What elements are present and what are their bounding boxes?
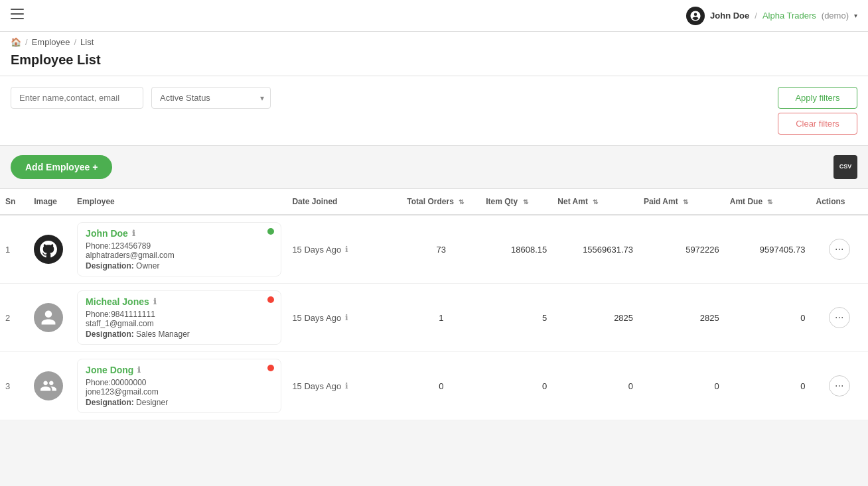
employee-name[interactable]: Jone Dong ℹ [86, 365, 273, 375]
row-sn: 2 [0, 284, 29, 352]
action-bar: Add Employee + CSV [0, 146, 868, 188]
row-employee-card: Jone Dong ℹ Phone:00000000 jone123@gmail… [72, 352, 287, 420]
row-actions: ··· [811, 284, 869, 352]
top-nav: John Doe / Alpha Traders (demo) ▾ [0, 0, 868, 32]
sort-arrows-due: ⇅ [767, 198, 772, 206]
sort-arrows-net: ⇅ [593, 198, 598, 206]
employee-info-card: Micheal Jones ℹ Phone:9841111111 staff_1… [77, 290, 281, 345]
col-header-date-joined: Date Joined [287, 189, 401, 215]
table-row: 1 John Doe ℹ Phone:123456789 alphatrader… [0, 215, 868, 284]
employee-table: Sn Image Employee Date Joined Total Orde… [0, 189, 868, 420]
add-employee-button[interactable]: Add Employee + [11, 155, 112, 179]
demo-badge: (demo) [822, 11, 849, 21]
sort-arrows-paid: ⇅ [683, 198, 688, 206]
chevron-down-icon[interactable]: ▾ [854, 12, 857, 19]
employee-email: staff_1@gmail.com [86, 319, 273, 328]
row-image [29, 284, 72, 352]
row-total-orders: 0 [401, 352, 480, 420]
filter-inputs: Active Status Active Inactive [11, 87, 770, 109]
row-image [29, 352, 72, 420]
row-amt-due: 0 [725, 284, 811, 352]
row-employee-card: Micheal Jones ℹ Phone:9841111111 staff_1… [72, 284, 287, 352]
col-header-amt-due[interactable]: Amt Due ⇅ [725, 189, 811, 215]
table-row: 3 Jone Dong ℹ Phone:00000000 jone123@gma… [0, 352, 868, 420]
col-header-total-orders[interactable]: Total Orders ⇅ [401, 189, 480, 215]
status-dot [267, 365, 274, 371]
row-net-amt: 0 [552, 352, 638, 420]
sort-arrows-orders: ⇅ [459, 198, 464, 206]
date-text: 15 Days Ago [292, 245, 341, 255]
more-actions-button[interactable]: ··· [829, 375, 850, 396]
employee-designation: Designation: Sales Manager [86, 330, 273, 339]
col-header-item-qty[interactable]: Item Qty ⇅ [480, 189, 552, 215]
svg-rect-0 [11, 9, 24, 10]
col-header-net-amt[interactable]: Net Amt ⇅ [552, 189, 638, 215]
employee-table-container: Sn Image Employee Date Joined Total Orde… [0, 188, 868, 420]
employee-email: jone123@gmail.com [86, 387, 273, 396]
date-info-icon[interactable]: ℹ [345, 381, 348, 391]
breadcrumb: 🏠 / Employee / List [0, 32, 868, 50]
user-name-label: John Doe [710, 11, 749, 21]
svg-rect-2 [11, 18, 24, 19]
csv-export-button[interactable]: CSV [833, 155, 857, 179]
hamburger-menu[interactable] [11, 9, 24, 23]
employee-info-card: John Doe ℹ Phone:123456789 alphatraders@… [77, 222, 281, 276]
company-name: Alpha Traders [762, 11, 816, 21]
row-actions: ··· [811, 352, 869, 420]
row-image [29, 215, 72, 284]
svg-rect-1 [11, 13, 24, 15]
date-text: 15 Days Ago [292, 381, 341, 391]
row-item-qty: 5 [480, 284, 552, 352]
row-date-joined: 15 Days Ago ℹ [287, 284, 401, 352]
breadcrumb-separator-1: / [25, 37, 28, 47]
employee-info-card: Jone Dong ℹ Phone:00000000 jone123@gmail… [77, 359, 281, 413]
employee-phone: Phone:123456789 [86, 241, 273, 251]
col-header-sn: Sn [0, 189, 29, 215]
status-dot [267, 228, 274, 235]
clear-filters-button[interactable]: Clear filters [778, 113, 857, 135]
avatar [34, 303, 63, 332]
date-text: 15 Days Ago [292, 313, 341, 323]
employee-phone: Phone:00000000 [86, 378, 273, 387]
row-sn: 3 [0, 352, 29, 420]
row-date-joined: 15 Days Ago ℹ [287, 215, 401, 284]
breadcrumb-employee-link[interactable]: Employee [32, 37, 70, 47]
date-info-icon[interactable]: ℹ [345, 313, 348, 322]
employee-designation: Designation: Owner [86, 261, 273, 271]
row-total-orders: 1 [401, 284, 480, 352]
avatar [34, 371, 63, 400]
user-avatar [686, 7, 705, 25]
status-select[interactable]: Active Status Active Inactive [151, 87, 271, 109]
search-input[interactable] [11, 87, 143, 109]
breadcrumb-current: List [80, 37, 94, 47]
row-total-orders: 73 [401, 215, 480, 284]
info-icon[interactable]: ℹ [137, 365, 141, 375]
home-icon[interactable]: 🏠 [11, 37, 21, 47]
more-actions-button[interactable]: ··· [829, 307, 850, 328]
employee-name[interactable]: Micheal Jones ℹ [86, 296, 273, 307]
row-actions: ··· [811, 215, 869, 284]
table-row: 2 Micheal Jones ℹ Phone:9841111111 staff… [0, 284, 868, 352]
employee-name[interactable]: John Doe ℹ [86, 228, 273, 239]
row-paid-amt: 0 [638, 352, 725, 420]
row-paid-amt: 2825 [638, 284, 725, 352]
more-actions-button[interactable]: ··· [829, 239, 850, 260]
filter-buttons: Apply filters Clear filters [778, 87, 857, 135]
filter-bar: Active Status Active Inactive Apply filt… [0, 76, 868, 146]
col-header-paid-amt[interactable]: Paid Amt ⇅ [638, 189, 725, 215]
apply-filters-button[interactable]: Apply filters [778, 87, 857, 109]
employee-email: alphatraders@gmail.com [86, 251, 273, 260]
row-item-qty: 18608.15 [480, 215, 552, 284]
date-info-icon[interactable]: ℹ [345, 245, 348, 254]
row-paid-amt: 5972226 [638, 215, 725, 284]
page-title: Employee List [11, 52, 857, 68]
breadcrumb-separator-2: / [74, 37, 76, 47]
info-icon[interactable]: ℹ [153, 297, 157, 306]
row-net-amt: 2825 [552, 284, 638, 352]
col-header-image: Image [29, 189, 72, 215]
separator: / [755, 11, 757, 21]
page-title-section: Employee List [0, 50, 868, 76]
row-net-amt: 15569631.73 [552, 215, 638, 284]
info-icon[interactable]: ℹ [132, 229, 135, 238]
row-date-joined: 15 Days Ago ℹ [287, 352, 401, 420]
